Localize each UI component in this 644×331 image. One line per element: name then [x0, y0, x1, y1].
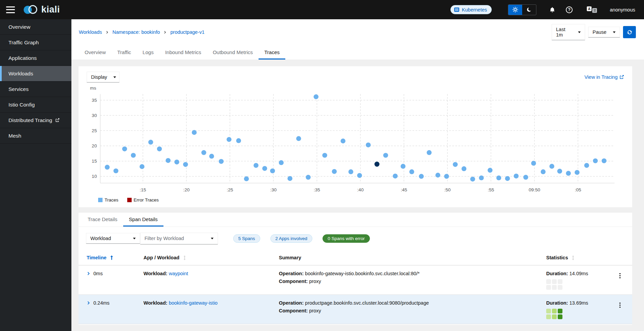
svg-text::55: :55	[488, 187, 494, 192]
sidebar-item-services[interactable]: Services	[0, 81, 71, 97]
workload-filter-input[interactable]	[145, 236, 211, 241]
breadcrumb-workloads[interactable]: Workloads	[79, 29, 102, 35]
component-value: proxy	[309, 279, 321, 284]
chevron-down-icon	[613, 31, 616, 33]
expand-chevron-icon[interactable]	[87, 271, 90, 276]
operation-value: bookinfo-gateway-istio.bookinfo.svc.clus…	[305, 271, 420, 276]
span-row-bookinfo-gateway[interactable]: 0.24ms Workload: bookinfo-gateway-istio …	[79, 295, 632, 324]
trace-scatter-chart[interactable]: 101520253035:15:20:25:30:35:40:45:50:550…	[87, 85, 624, 197]
workload-link[interactable]: bookinfo-gateway-istio	[169, 300, 218, 306]
span-row-waypoint[interactable]: 0ms Workload: waypoint Operation: bookin…	[79, 265, 632, 295]
kubernetes-badge-label: Kubernetes	[462, 7, 487, 13]
svg-text::45: :45	[401, 187, 407, 192]
sidebar-item-workloads[interactable]: Workloads	[0, 66, 71, 81]
span-start-time: 0.24ms	[93, 300, 110, 306]
sidebar-item-traffic-graph[interactable]: Traffic Graph	[0, 35, 71, 50]
svg-text:15: 15	[92, 159, 97, 164]
notifications-button[interactable]	[549, 7, 555, 13]
tab-trace-details[interactable]: Trace Details	[82, 213, 123, 227]
duration-select[interactable]: Last 1m	[552, 24, 585, 40]
sidebar-item-overview[interactable]: Overview	[0, 19, 71, 35]
svg-text::05: :05	[575, 187, 581, 192]
tab-overview[interactable]: Overview	[79, 46, 112, 60]
filter-type-select[interactable]: Workload	[86, 233, 140, 244]
breadcrumb-workload-name[interactable]: productpage-v1	[170, 29, 204, 35]
workload-filter-typeahead[interactable]	[140, 233, 218, 244]
nav-toggle-icon[interactable]	[6, 6, 15, 13]
svg-text::35: :35	[314, 187, 320, 192]
scatter-plot[interactable]: 101520253035:15:20:25:30:35:40:45:50:550…	[87, 85, 624, 197]
masthead: kiali Kubernetes ? A anonymous	[0, 0, 644, 19]
legend-error-traces[interactable]: Error Traces	[127, 197, 159, 203]
column-header-summary: Summary	[279, 255, 546, 260]
details-tabs: Trace Details Span Details	[79, 213, 632, 227]
svg-text::25: :25	[227, 187, 233, 192]
moon-icon	[527, 7, 532, 12]
sidebar-item-mesh[interactable]: Mesh	[0, 128, 71, 144]
sort-icon	[571, 255, 575, 260]
sidebar-item-istio-config[interactable]: Istio Config	[0, 97, 71, 113]
refresh-button[interactable]	[623, 26, 636, 38]
svg-text:ms: ms	[90, 86, 96, 91]
sort-icon	[183, 255, 186, 260]
svg-text:20: 20	[92, 143, 97, 148]
main-content: Workloads Namespace: bookinfo productpag…	[71, 19, 644, 331]
spans-table: Timeline App / Workload Summary Statisti…	[79, 251, 632, 324]
svg-text:30: 30	[92, 113, 97, 118]
chevron-right-icon	[106, 30, 109, 34]
kubernetes-icon	[454, 7, 460, 13]
tab-span-details[interactable]: Span Details	[123, 213, 163, 227]
external-link-icon	[619, 75, 624, 79]
refresh-icon	[627, 29, 632, 35]
traces-swatch	[98, 198, 103, 202]
operation-value: productpage.bookinfo.svc.cluster.local:9…	[305, 300, 429, 306]
sidebar-item-distributed-tracing[interactable]: Distributed Tracing	[0, 113, 71, 128]
traces-chart-panel: Display View in Tracing 101520253035:15:…	[79, 66, 632, 207]
spans-with-error-badge: 0 Spans with error	[323, 234, 370, 243]
component-value: proxy	[309, 308, 321, 313]
language-button[interactable]: A	[587, 6, 597, 13]
legend-traces[interactable]: Traces	[98, 197, 118, 203]
tab-inbound-metrics[interactable]: Inbound Metrics	[159, 46, 207, 60]
span-filter-toolbar: Workload 5 Spans 2 Apps involved 0 Spans…	[79, 227, 632, 248]
bell-icon	[549, 7, 555, 13]
expand-chevron-icon[interactable]	[87, 301, 90, 305]
kiali-logo[interactable]: kiali	[24, 4, 60, 15]
question-icon: ?	[566, 6, 573, 13]
workload-link[interactable]: waypoint	[169, 271, 188, 276]
error-traces-swatch	[127, 198, 132, 202]
span-summary-badges: 5 Spans 2 Apps involved 0 Spans with err…	[233, 234, 370, 243]
brand-name: kiali	[41, 4, 60, 15]
breadcrumb: Workloads Namespace: bookinfo productpag…	[79, 29, 204, 35]
external-link-icon	[55, 118, 60, 122]
display-options-select[interactable]: Display	[87, 72, 119, 82]
dark-theme-button[interactable]	[522, 5, 536, 15]
chevron-down-icon	[133, 238, 136, 239]
column-header-timeline[interactable]: Timeline	[87, 255, 143, 260]
duration-value: 13.69ms	[569, 300, 588, 306]
tab-outbound-metrics[interactable]: Outbound Metrics	[207, 46, 259, 60]
column-header-statistics[interactable]: Statistics	[546, 255, 613, 260]
user-menu[interactable]: anonymous	[610, 7, 635, 13]
tab-traces[interactable]: Traces	[259, 46, 285, 60]
kubernetes-cluster-badge[interactable]: Kubernetes	[450, 5, 492, 14]
sidebar-item-applications[interactable]: Applications	[0, 50, 71, 66]
time-toolbar: Last 1m Pause	[552, 24, 636, 40]
breadcrumb-namespace[interactable]: Namespace: bookinfo	[112, 29, 160, 35]
apps-involved-badge: 2 Apps involved	[270, 234, 313, 243]
row-actions-kebab[interactable]	[613, 271, 627, 280]
row-actions-kebab[interactable]	[613, 301, 627, 310]
chevron-down-icon	[578, 31, 581, 33]
svg-text:09:50: 09:50	[529, 187, 540, 192]
help-button[interactable]: ?	[566, 6, 573, 13]
light-theme-button[interactable]	[508, 5, 522, 15]
page-header: Workloads Namespace: bookinfo productpag…	[71, 19, 644, 60]
view-in-tracing-link[interactable]: View in Tracing	[584, 74, 624, 80]
svg-text:10: 10	[92, 174, 97, 179]
tab-traffic[interactable]: Traffic	[112, 46, 137, 60]
chevron-down-icon	[113, 76, 116, 78]
svg-text:35: 35	[92, 98, 97, 103]
column-header-app-workload[interactable]: App / Workload	[143, 255, 279, 260]
refresh-interval-select[interactable]: Pause	[588, 27, 620, 38]
tab-logs[interactable]: Logs	[137, 46, 159, 60]
